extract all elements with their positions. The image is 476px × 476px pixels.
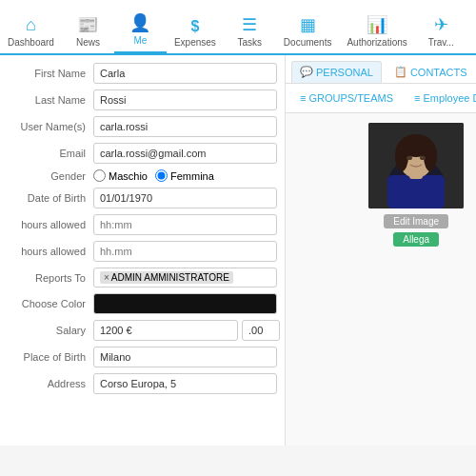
news-icon: 📰	[77, 14, 98, 35]
choose-color-row: Choose Color	[8, 293, 277, 314]
username-label: User Name(s)	[8, 121, 93, 132]
personal-tab-icon: 💬	[300, 66, 313, 78]
hours1-input[interactable]	[93, 214, 277, 235]
hours2-row: hours allowed	[8, 241, 277, 262]
nav-authorizations[interactable]: 📊 Authorizations	[339, 10, 414, 53]
address-label: Address	[8, 378, 93, 389]
nav-dashboard-label: Dashboard	[8, 37, 54, 48]
salary-row: Salary	[8, 320, 277, 341]
first-name-input[interactable]	[93, 63, 277, 84]
top-navigation: ⌂ Dashboard 📰 News 👤 Me $ Expenses ☰ Tas…	[0, 0, 476, 55]
employee-doc-tab-label: Employee Docume...	[423, 92, 476, 104]
svg-point-9	[420, 156, 426, 160]
reports-to-label: Reports To	[8, 272, 93, 284]
nav-me[interactable]: 👤 Me	[114, 9, 167, 53]
nav-travel[interactable]: ✈ Trav...	[415, 10, 467, 53]
contacts-tab-icon: 📋	[394, 66, 407, 78]
tab-contacts[interactable]: 📋 CONTACTS	[386, 61, 476, 83]
hours2-label: hours allowed	[8, 246, 93, 257]
salary-label: Salary	[8, 325, 93, 336]
gender-femmina-option[interactable]: Femmina	[155, 169, 214, 182]
place-of-birth-input[interactable]	[93, 347, 277, 367]
last-name-label: Last Name	[8, 94, 93, 106]
svg-rect-2	[387, 175, 445, 208]
nav-expenses[interactable]: $ Expenses	[167, 14, 224, 53]
nav-news[interactable]: 📰 News	[62, 10, 114, 53]
gender-maschio-label: Maschio	[109, 170, 148, 182]
right-tabs-row2: ≡ GROUPS/TEAMS ≡ Employee Docume...	[286, 84, 476, 113]
last-name-row: Last Name	[8, 89, 277, 110]
right-panel: 💬 PERSONAL 📋 CONTACTS ≡ Busta... ≡ GROUP…	[286, 55, 476, 446]
dob-row: Date of Birth	[8, 188, 277, 208]
gender-maschio-option[interactable]: Maschio	[93, 169, 148, 182]
place-of-birth-label: Place of Birth	[8, 351, 93, 363]
svg-point-8	[407, 156, 412, 160]
tasks-icon: ☰	[242, 14, 257, 35]
dob-label: Date of Birth	[8, 192, 93, 204]
nav-dashboard[interactable]: ⌂ Dashboard	[0, 11, 62, 53]
nav-tasks-label: Tasks	[238, 37, 263, 48]
profile-image	[368, 123, 464, 208]
address-input[interactable]	[93, 373, 277, 394]
last-name-input[interactable]	[93, 89, 277, 110]
address-row: Address	[8, 373, 277, 394]
edit-image-button[interactable]: Edit Image	[384, 214, 448, 228]
dob-input[interactable]	[93, 188, 277, 208]
dashboard-icon: ⌂	[26, 15, 36, 35]
gender-femmina-radio[interactable]	[155, 169, 168, 182]
username-row: User Name(s)	[8, 116, 277, 137]
documents-icon: ▦	[300, 14, 316, 35]
groups-tab-label: GROUPS/TEAMS	[308, 92, 393, 104]
hours1-row: hours allowed	[8, 214, 277, 235]
reports-to-row: Reports To × ADMIN AMMINISTRATORE	[8, 268, 277, 288]
reports-to-field[interactable]: × ADMIN AMMINISTRATORE	[93, 268, 277, 288]
profile-svg	[368, 123, 464, 208]
tab-personal[interactable]: 💬 PERSONAL	[291, 61, 382, 83]
email-input[interactable]	[93, 143, 277, 164]
gender-row: Gender Maschio Femmina	[8, 169, 277, 182]
add-attachment-button[interactable]: Allega	[393, 232, 439, 247]
svg-point-7	[424, 141, 437, 171]
reports-to-tag-label: ADMIN AMMINISTRATORE	[111, 272, 229, 283]
expenses-icon: $	[190, 18, 199, 35]
first-name-label: First Name	[8, 68, 93, 79]
nav-travel-label: Trav...	[428, 37, 454, 48]
hours1-label: hours allowed	[8, 219, 93, 230]
gender-maschio-radio[interactable]	[93, 169, 106, 182]
employee-doc-tab-icon: ≡	[414, 92, 420, 104]
main-content: First Name Last Name User Name(s) Email …	[0, 55, 476, 446]
nav-documents[interactable]: ▦ Documents	[276, 10, 340, 53]
contacts-tab-label: CONTACTS	[410, 67, 467, 78]
salary-input[interactable]	[93, 320, 238, 341]
form-panel: First Name Last Name User Name(s) Email …	[0, 55, 286, 446]
gender-femmina-label: Femmina	[170, 170, 214, 182]
authorizations-icon: 📊	[367, 14, 387, 35]
email-row: Email	[8, 143, 277, 164]
email-label: Email	[8, 148, 93, 159]
me-icon: 👤	[129, 12, 150, 33]
choose-color-label: Choose Color	[8, 298, 93, 309]
username-input[interactable]	[93, 116, 277, 137]
hours2-input[interactable]	[93, 241, 277, 262]
travel-icon: ✈	[434, 14, 448, 35]
svg-point-6	[395, 141, 408, 171]
reports-to-tag: × ADMIN AMMINISTRATORE	[100, 271, 233, 284]
place-of-birth-row: Place of Birth	[8, 347, 277, 367]
nav-tasks[interactable]: ☰ Tasks	[224, 10, 276, 53]
right-tabs-row1: 💬 PERSONAL 📋 CONTACTS ≡ Busta...	[286, 55, 476, 84]
nav-documents-label: Documents	[284, 37, 332, 48]
groups-tab-icon: ≡	[300, 92, 306, 104]
gender-label: Gender	[8, 170, 93, 182]
tab-employee-doc[interactable]: ≡ Employee Docume...	[406, 88, 476, 109]
tab-groups[interactable]: ≡ GROUPS/TEAMS	[291, 88, 402, 109]
salary-inputs	[93, 320, 280, 341]
first-name-row: First Name	[8, 63, 277, 84]
salary-decimals-input[interactable]	[242, 320, 280, 341]
nav-news-label: News	[76, 37, 100, 48]
color-picker[interactable]	[93, 293, 277, 314]
nav-expenses-label: Expenses	[174, 37, 216, 48]
gender-options: Maschio Femmina	[93, 169, 214, 182]
profile-section: Edit Image Allega	[286, 113, 476, 256]
personal-tab-label: PERSONAL	[316, 67, 373, 78]
tag-remove-icon[interactable]: ×	[104, 272, 109, 283]
